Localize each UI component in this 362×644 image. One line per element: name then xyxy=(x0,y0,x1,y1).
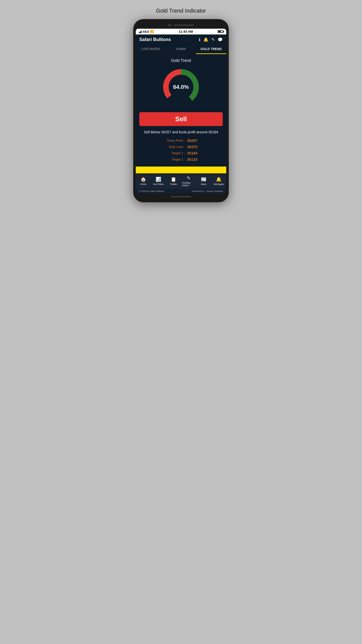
entry-price-label: Entry Price : xyxy=(157,139,185,142)
tab-coins[interactable]: COINS xyxy=(166,45,196,54)
home-indicator xyxy=(171,196,191,197)
phone-bottom xyxy=(136,196,226,197)
tab-live-rates[interactable]: LIVE RATES xyxy=(136,45,166,54)
nav-item-messages[interactable]: 🔔 Messages xyxy=(211,173,226,189)
nav-label-pending-orders: Pending Orders xyxy=(182,182,195,187)
price-table: Entry Price : 30257 Stop Loss : 30375 Ta… xyxy=(139,138,223,162)
page-title: Gold Trend Indicator xyxy=(156,8,206,14)
nav-item-home[interactable]: 🏠 Home xyxy=(136,173,151,189)
live-rates-icon: 📊 xyxy=(156,177,161,182)
target2-label: Target 2 : xyxy=(157,157,185,161)
gold-trend-section-label: Gold Trend xyxy=(139,58,223,63)
nav-label-home: Home xyxy=(140,183,146,185)
target1-label: Target 1 : xyxy=(157,151,185,155)
edit-icon[interactable]: ✎ xyxy=(211,37,215,42)
nav-label-messages: Messages xyxy=(213,183,224,185)
whatsapp-icon[interactable]: 💬 xyxy=(218,37,223,42)
phone-screen: IDEA 📶 11:43 AM Safari Bullions ℹ 🔔 ✎ 💬 … xyxy=(136,29,226,194)
nav-item-trades[interactable]: 📋 Trades xyxy=(166,173,181,189)
phone-shell: IDEA 📶 11:43 AM Safari Bullions ℹ 🔔 ✎ 💬 … xyxy=(133,19,229,202)
phone-camera xyxy=(168,24,171,27)
header-icons: ℹ 🔔 ✎ 💬 xyxy=(199,37,223,42)
target1-value: 30184 xyxy=(187,151,205,155)
nav-item-live-rates[interactable]: 📊 Live Rates xyxy=(151,173,166,189)
app-header: Safari Bullions ℹ 🔔 ✎ 💬 xyxy=(136,34,226,45)
bottom-nav: 🏠 Home 📊 Live Rates 📋 Trades ✎ Pending O… xyxy=(136,173,226,189)
tabs-row: LIVE RATES COINS GOLD TREND xyxy=(136,45,226,54)
sell-button[interactable]: Sell xyxy=(139,112,223,126)
target2-row: Target 2 : 30115 xyxy=(139,157,223,162)
bell-icon[interactable]: 🔔 xyxy=(203,37,208,42)
donut-chart-container: 64.0% xyxy=(139,67,223,107)
battery-icon xyxy=(218,30,223,33)
footer-bar: © 2018 by Safari Bullions Powered by : C… xyxy=(136,189,226,194)
main-content: Gold Trend 64.0% Sell xyxy=(136,54,226,167)
ticker-text: Only Ready Delivery & Ready RTGS & T+2 D… xyxy=(136,168,226,172)
target2-value: 30115 xyxy=(187,157,205,162)
carrier-name: IDEA xyxy=(143,30,149,33)
stop-loss-row: Stop Loss : 30375 xyxy=(139,145,223,149)
footer-left: © 2018 by Safari Bullions xyxy=(139,190,164,192)
target1-row: Target 1 : 30184 xyxy=(139,151,223,155)
trades-icon: 📋 xyxy=(171,177,176,182)
stop-loss-label: Stop Loss : xyxy=(157,145,185,149)
nav-label-trades: Trades xyxy=(170,183,177,185)
tab-gold-trend[interactable]: GOLD TREND xyxy=(196,45,226,54)
app-title: Safari Bullions xyxy=(139,37,171,42)
pending-orders-icon: ✎ xyxy=(187,175,191,181)
nav-label-live-rates: Live Rates xyxy=(153,183,164,185)
phone-top-bar xyxy=(136,24,226,27)
entry-price-row: Entry Price : 30257 xyxy=(139,138,223,143)
donut-chart: 64.0% xyxy=(161,67,201,107)
entry-price-value: 30257 xyxy=(187,138,205,143)
nav-item-news[interactable]: 📰 News xyxy=(196,173,211,189)
ticker-bar: Only Ready Delivery & Ready RTGS & T+2 D… xyxy=(136,167,226,173)
sell-description: Sell Below 30257 and book profit around … xyxy=(139,130,223,135)
stop-loss-value: 30375 xyxy=(187,145,205,149)
status-time: 11:43 AM xyxy=(179,30,193,33)
donut-percentage: 64.0% xyxy=(173,84,189,90)
info-icon[interactable]: ℹ xyxy=(199,37,200,42)
nav-label-news: News xyxy=(201,183,207,185)
status-bar: IDEA 📶 11:43 AM xyxy=(136,29,226,34)
wifi-icon: 📶 xyxy=(150,30,154,33)
nav-item-pending-orders[interactable]: ✎ Pending Orders xyxy=(181,173,196,189)
signal-bars xyxy=(139,30,142,33)
phone-speaker xyxy=(174,24,194,26)
status-left: IDEA 📶 xyxy=(139,30,154,33)
status-right xyxy=(218,30,223,33)
footer-right: Powered by : Chirayu Software xyxy=(192,190,223,192)
home-icon: 🏠 xyxy=(141,177,146,182)
news-icon: 📰 xyxy=(201,177,206,182)
messages-icon: 🔔 xyxy=(216,177,221,182)
